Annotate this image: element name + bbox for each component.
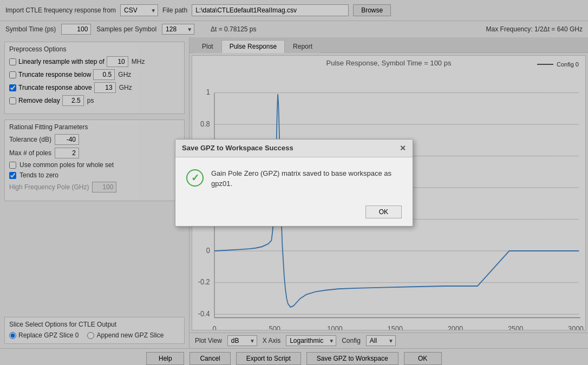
modal-header: Save GPZ to Workspace Success ✕ <box>175 140 413 157</box>
modal-close-button[interactable]: ✕ <box>400 144 406 152</box>
modal-footer: OK <box>175 200 413 226</box>
modal-title: Save GPZ to Workspace Success <box>182 144 293 152</box>
success-icon: ✓ <box>186 169 204 187</box>
modal-overlay: Save GPZ to Workspace Success ✕ ✓ Gain P… <box>0 0 588 365</box>
modal-message: Gain Pole Zero (GPZ) matrix saved to bas… <box>211 168 402 189</box>
modal-ok-button[interactable]: OK <box>365 205 402 218</box>
modal-body: ✓ Gain Pole Zero (GPZ) matrix saved to b… <box>175 157 413 200</box>
modal: Save GPZ to Workspace Success ✕ ✓ Gain P… <box>175 139 413 227</box>
checkmark-icon: ✓ <box>191 172 199 184</box>
